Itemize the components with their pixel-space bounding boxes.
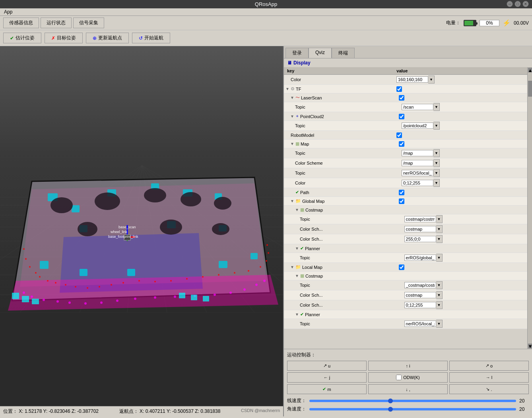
- colorscheme-dropdown[interactable]: ▼: [402, 159, 440, 167]
- scroll-up[interactable]: ▲: [528, 68, 532, 72]
- gcsch2-arrow[interactable]: ▼: [436, 235, 443, 243]
- gplan-arrow[interactable]: ▼: [436, 254, 443, 262]
- map-topic-dropdown[interactable]: ▼: [402, 149, 440, 157]
- colorscheme-arrow[interactable]: ▼: [433, 159, 440, 167]
- lcsch-arrow[interactable]: ▼: [436, 291, 443, 299]
- gcsch-dropdown[interactable]: ▼: [404, 225, 443, 233]
- lplan-arrow[interactable]: ▼: [436, 320, 443, 328]
- gcsch-input[interactable]: [404, 226, 436, 232]
- linear-speed-track[interactable]: [309, 400, 516, 402]
- gcsch-arrow[interactable]: ▼: [436, 225, 443, 233]
- color2-arrow[interactable]: ▼: [433, 179, 440, 187]
- angular-speed-track[interactable]: [309, 408, 516, 410]
- update-waypoint-btn[interactable]: ⊕ 更新返航点: [86, 33, 129, 43]
- gcostmap-topic-arrow[interactable]: ▼: [436, 215, 443, 223]
- map-topic-arrow[interactable]: ▼: [433, 149, 440, 157]
- localmap-expand[interactable]: ▼: [290, 265, 294, 269]
- target-pose-btn[interactable]: ✗ 目标位姿: [45, 33, 83, 43]
- motion-btn-comma[interactable]: ↓ ,: [368, 384, 448, 394]
- scroll-down[interactable]: ▼: [528, 344, 532, 348]
- tf-expand[interactable]: ▼: [285, 87, 289, 91]
- gplan-topic-input[interactable]: [404, 255, 436, 261]
- localplan-topic-dropdown[interactable]: ▼: [402, 169, 440, 177]
- robotmodel-checkbox[interactable]: [396, 132, 402, 138]
- lcsch-input[interactable]: [404, 292, 436, 298]
- close-btn[interactable]: ✕: [522, 1, 529, 7]
- color2-dropdown[interactable]: ▼: [402, 179, 440, 187]
- lcsch2-input[interactable]: [404, 302, 436, 308]
- tab-terminal[interactable]: 终端: [332, 48, 355, 58]
- pc2-topic-dropdown[interactable]: ▼: [402, 122, 440, 130]
- tab-qviz[interactable]: Qviz: [309, 48, 332, 58]
- lplanner-expand[interactable]: ▼: [295, 312, 299, 317]
- gcostmap-expand[interactable]: ▼: [295, 208, 299, 212]
- lcostmap-arrow[interactable]: ▼: [436, 281, 443, 289]
- motion-btn-i[interactable]: ↑ i: [368, 361, 448, 371]
- linear-speed-thumb[interactable]: [388, 399, 393, 403]
- pc2-checkbox[interactable]: [399, 114, 404, 119]
- target-icon: ✗: [51, 35, 55, 41]
- map-topic-input[interactable]: [402, 150, 433, 156]
- localplan-topic-input[interactable]: [402, 170, 433, 176]
- lcostmap-expand[interactable]: ▼: [295, 274, 299, 278]
- scan-topic-dropdown[interactable]: ▼: [402, 103, 440, 111]
- 3d-view[interactable]: base_scan wheel_link base_footprint_link: [0, 46, 283, 406]
- lcostmap-topic-input[interactable]: [404, 282, 436, 288]
- globalmap-checkbox[interactable]: [399, 198, 404, 204]
- scan-topic-input[interactable]: [402, 104, 433, 110]
- map-expand[interactable]: ▼: [290, 142, 294, 146]
- color-arrow[interactable]: ▼: [428, 76, 435, 84]
- maximize-btn[interactable]: □: [515, 1, 521, 7]
- lcostmap-topic-dropdown[interactable]: ▼: [404, 281, 443, 289]
- tab-login[interactable]: 登录: [285, 48, 309, 58]
- scroll-thumb[interactable]: [528, 81, 532, 97]
- localplan-arrow[interactable]: ▼: [433, 169, 440, 177]
- battery-pct-input[interactable]: [480, 20, 499, 26]
- color-dropdown[interactable]: ▼: [396, 76, 435, 84]
- lplan-topic-input[interactable]: [404, 321, 436, 327]
- tf-checkbox[interactable]: [396, 86, 402, 92]
- svg-point-60: [218, 274, 219, 276]
- lcsch-dropdown[interactable]: ▼: [404, 291, 443, 299]
- motion-btn-m[interactable]: ✔ m: [287, 384, 367, 394]
- gcsch2-dropdown[interactable]: ▼: [404, 235, 443, 243]
- colorscheme-input[interactable]: [402, 160, 433, 166]
- tree-table[interactable]: key value Color ▼: [284, 67, 527, 349]
- color2-input[interactable]: [402, 180, 433, 186]
- estimate-pose-btn[interactable]: ✔ 估计位姿: [3, 33, 41, 43]
- motion-btn-j[interactable]: ← j: [287, 372, 367, 383]
- odw-checkbox[interactable]: [396, 375, 402, 380]
- start-return-btn[interactable]: ↺ 开始返航: [132, 33, 170, 43]
- pc2-expand[interactable]: ▼: [290, 114, 294, 119]
- motion-btn-dot[interactable]: ↘ .: [449, 384, 529, 394]
- gplan-topic-dropdown[interactable]: ▼: [404, 254, 443, 262]
- tab-sensor-info[interactable]: 传感器信息: [3, 17, 39, 28]
- gplanner-expand[interactable]: ▼: [295, 246, 299, 251]
- scrollbar[interactable]: ▲ ▼: [527, 67, 532, 349]
- lcsch2-arrow[interactable]: ▼: [436, 301, 443, 309]
- scan-arrow[interactable]: ▼: [433, 103, 440, 111]
- laserscan-checkbox[interactable]: [399, 95, 404, 101]
- tab-run-status[interactable]: 运行状态: [41, 17, 72, 28]
- tab-signal-collect[interactable]: 信号采集: [73, 17, 104, 28]
- pc2-topic-input[interactable]: [402, 122, 433, 129]
- gcsch2-input[interactable]: [404, 236, 436, 242]
- gcostmap-topic-dropdown[interactable]: ▼: [404, 215, 443, 223]
- motion-btn-o[interactable]: ↗ o: [449, 361, 529, 371]
- map-checkbox[interactable]: [399, 141, 404, 147]
- path-checkbox[interactable]: [399, 190, 404, 195]
- motion-btn-u[interactable]: ↗ u: [287, 361, 367, 371]
- menu-app[interactable]: App: [2, 8, 15, 16]
- angular-speed-thumb[interactable]: [388, 407, 393, 412]
- gcostmap-topic-input[interactable]: [404, 216, 436, 222]
- pc2-arrow[interactable]: ▼: [433, 122, 440, 130]
- laser-expand[interactable]: ▼: [290, 95, 294, 100]
- globalmap-expand[interactable]: ▼: [290, 199, 294, 203]
- color-input[interactable]: [396, 76, 428, 83]
- minimize-btn[interactable]: ─: [507, 1, 513, 7]
- localmap-checkbox[interactable]: [399, 264, 404, 270]
- lplan-topic-dropdown[interactable]: ▼: [404, 320, 443, 328]
- lcsch2-dropdown[interactable]: ▼: [404, 301, 443, 309]
- motion-btn-l[interactable]: → l: [449, 372, 529, 383]
- pos-y-label: Y:: [43, 408, 48, 414]
